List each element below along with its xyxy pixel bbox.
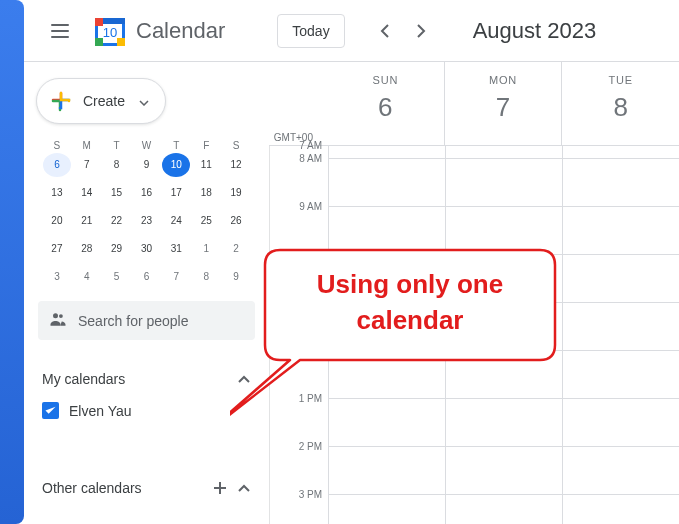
hour-grid: 7 AM8 AM9 AM10 AM11 AM12 PM1 PM2 PM3 PM4… (269, 146, 679, 524)
mini-calendar-day[interactable]: 14 (73, 181, 101, 205)
time-slot[interactable] (562, 255, 679, 302)
day-column-header[interactable]: MON7 (444, 62, 562, 145)
mini-calendar-day[interactable]: 30 (132, 237, 160, 261)
hour-label: 7 AM (274, 140, 322, 151)
mini-calendar-day[interactable]: 23 (132, 209, 160, 233)
current-period-label: August 2023 (473, 18, 597, 44)
main-menu-button[interactable] (40, 11, 80, 51)
app-header: 10 Calendar Today August 2023 (24, 0, 679, 62)
mini-calendar-day[interactable]: 18 (192, 181, 220, 205)
mini-calendar-day[interactable]: 27 (43, 237, 71, 261)
chevron-down-icon (139, 94, 149, 109)
time-slot[interactable] (445, 207, 562, 254)
svg-rect-3 (117, 38, 125, 46)
mini-calendar-day[interactable]: 9 (222, 265, 250, 289)
hour-row: 8 AM (328, 158, 679, 206)
time-slot[interactable] (445, 399, 562, 446)
time-slot[interactable] (445, 303, 562, 350)
mini-calendar-day[interactable]: 22 (103, 209, 131, 233)
mini-calendar-day[interactable]: 12 (222, 153, 250, 177)
time-slot[interactable] (328, 159, 445, 206)
time-slot[interactable] (562, 351, 679, 398)
mini-calendar-day[interactable]: 9 (132, 153, 160, 177)
day-number: 6 (327, 92, 444, 123)
mini-calendar-day[interactable]: 2 (222, 237, 250, 261)
time-slot[interactable] (445, 146, 562, 158)
calendar-checkbox[interactable] (42, 402, 59, 419)
mini-calendar-day[interactable]: 21 (73, 209, 101, 233)
time-slot[interactable] (562, 303, 679, 350)
mini-calendar-day[interactable]: 20 (43, 209, 71, 233)
time-slot[interactable] (562, 159, 679, 206)
mini-calendar-day[interactable]: 8 (103, 153, 131, 177)
mini-calendar-day[interactable]: 10 (162, 153, 190, 177)
add-calendar-button[interactable] (211, 479, 229, 497)
hour-label: 8 AM (274, 153, 322, 164)
time-slot[interactable] (562, 495, 679, 524)
app-content: Create SMTWTFS 6789101112131415161718192… (24, 62, 679, 524)
time-slot[interactable] (328, 399, 445, 446)
mini-calendar-day[interactable]: 11 (192, 153, 220, 177)
hour-row: 3 PM (328, 494, 679, 524)
time-slot[interactable] (445, 351, 562, 398)
other-calendars-section-header[interactable]: Other calendars (32, 461, 261, 505)
day-column-header[interactable]: SUN6 (327, 62, 444, 145)
hour-label: 2 PM (274, 441, 322, 452)
mini-calendar-day[interactable]: 3 (43, 265, 71, 289)
hour-row: 11 AM (328, 302, 679, 350)
mini-calendar-day[interactable]: 6 (43, 153, 71, 177)
mini-calendar-day[interactable]: 16 (132, 181, 160, 205)
hour-row: 2 PM (328, 446, 679, 494)
search-people-input[interactable]: Search for people (38, 301, 255, 340)
time-slot[interactable] (328, 146, 445, 158)
time-slot[interactable] (562, 146, 679, 158)
my-calendars-section-header[interactable]: My calendars (32, 352, 261, 396)
people-icon (48, 309, 68, 332)
plus-multicolor-icon (49, 89, 73, 113)
mini-dow-label: F (191, 138, 221, 153)
mini-calendar-day[interactable]: 4 (73, 265, 101, 289)
hour-label: 1 PM (274, 393, 322, 404)
prev-period-button[interactable] (369, 15, 401, 47)
mini-calendar-day[interactable]: 15 (103, 181, 131, 205)
time-slot[interactable] (445, 255, 562, 302)
mini-calendar-day[interactable]: 5 (103, 265, 131, 289)
mini-calendar-day[interactable]: 7 (73, 153, 101, 177)
mini-calendar-day[interactable]: 29 (103, 237, 131, 261)
mini-calendar-day[interactable]: 25 (192, 209, 220, 233)
time-slot[interactable] (328, 303, 445, 350)
mini-calendar-day[interactable]: 28 (73, 237, 101, 261)
time-slot[interactable] (562, 207, 679, 254)
hour-label: 12 PM (274, 345, 322, 356)
day-column-header[interactable]: TUE8 (561, 62, 679, 145)
time-slot[interactable] (445, 495, 562, 524)
time-slot[interactable] (328, 207, 445, 254)
other-calendars-label: Other calendars (42, 480, 142, 496)
mini-calendar-day[interactable]: 17 (162, 181, 190, 205)
time-slot[interactable] (328, 447, 445, 494)
mini-calendar-grid: 6789101112131415161718192021222324252627… (42, 153, 251, 289)
mini-calendar-day[interactable]: 31 (162, 237, 190, 261)
today-button[interactable]: Today (277, 14, 344, 48)
mini-calendar-day[interactable]: 26 (222, 209, 250, 233)
mini-calendar-day[interactable]: 1 (192, 237, 220, 261)
day-number: 7 (445, 92, 562, 123)
mini-calendar-day[interactable]: 24 (162, 209, 190, 233)
time-slot[interactable] (562, 447, 679, 494)
mini-calendar-day[interactable]: 6 (132, 265, 160, 289)
my-calendars-label: My calendars (42, 371, 125, 387)
hour-row: 9 AM (328, 206, 679, 254)
time-slot[interactable] (328, 495, 445, 524)
time-slot[interactable] (445, 159, 562, 206)
mini-calendar-day[interactable]: 7 (162, 265, 190, 289)
mini-calendar-day[interactable]: 19 (222, 181, 250, 205)
create-button[interactable]: Create (36, 78, 166, 124)
time-slot[interactable] (328, 255, 445, 302)
mini-calendar: SMTWTFS 67891011121314151617181920212223… (32, 138, 261, 289)
time-slot[interactable] (328, 351, 445, 398)
mini-calendar-day[interactable]: 13 (43, 181, 71, 205)
time-slot[interactable] (562, 399, 679, 446)
mini-calendar-day[interactable]: 8 (192, 265, 220, 289)
time-slot[interactable] (445, 447, 562, 494)
next-period-button[interactable] (405, 15, 437, 47)
